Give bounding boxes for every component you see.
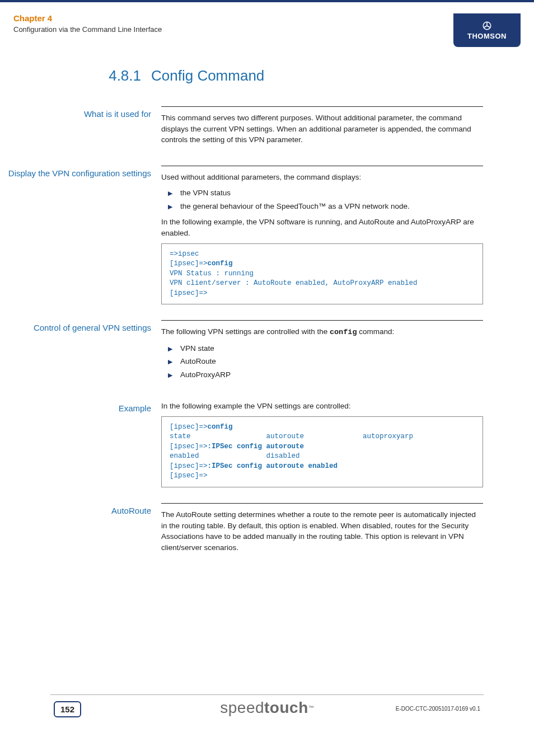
- chapter-label: Chapter 4: [13, 13, 521, 23]
- side-label: Display the VPN configuration settings: [0, 166, 151, 304]
- title-text: Config Command: [151, 67, 484, 84]
- title-number: 4.8.1: [0, 67, 151, 84]
- chapter-subtitle: Configuration via the Command Line Inter…: [13, 25, 521, 34]
- list-item-text: VPN state: [180, 342, 214, 355]
- page-header: Chapter 4 Configuration via the Command …: [13, 13, 521, 47]
- footer-rule: [50, 694, 484, 695]
- code-block: [ipsec]=>config state autoroute autoprox…: [161, 416, 483, 487]
- bullet-icon: ▶: [168, 370, 172, 381]
- bullet-list: ▶the VPN status ▶the general behaviour o…: [166, 187, 497, 212]
- brand-badge-text: THOMSON: [467, 32, 507, 40]
- section-what-used-for: What is it used for This command serves …: [0, 106, 534, 150]
- list-item: ▶the VPN status: [166, 187, 497, 199]
- list-item-text: the general behaviour of the SpeedTouch™…: [180, 200, 410, 213]
- list-item: ▶AutoRoute: [166, 355, 497, 368]
- side-label: AutoRoute: [0, 503, 151, 557]
- body-column: The AutoRoute setting determines whether…: [161, 503, 497, 557]
- top-band: [0, 0, 534, 2]
- inline-code: config: [330, 328, 357, 336]
- list-item-text: the VPN status: [180, 187, 231, 199]
- section-display-vpn: Display the VPN configuration settings U…: [0, 166, 534, 304]
- paragraph: Used without additional parameters, the …: [161, 172, 483, 183]
- bullet-icon: ▶: [168, 357, 172, 367]
- body-column: Used without additional parameters, the …: [161, 166, 497, 304]
- paragraph: In the following example the VPN setting…: [161, 401, 483, 412]
- paragraph: The AutoRoute setting determines whether…: [161, 509, 483, 553]
- body-column: The following VPN settings are controlle…: [161, 320, 497, 385]
- paragraph: In the following example, the VPN softwa…: [161, 217, 483, 238]
- rule: [161, 106, 483, 107]
- page: Chapter 4 Configuration via the Command …: [0, 0, 534, 756]
- side-label: Control of general VPN settings: [0, 320, 151, 385]
- brand-light: speed: [220, 699, 264, 716]
- bullet-icon: ▶: [168, 344, 172, 354]
- doc-id: E-DOC-CTC-20051017-0169 v0.1: [396, 706, 480, 712]
- section-example: Example In the following example the VPN…: [0, 401, 534, 487]
- rule: [161, 503, 483, 504]
- bullet-list: ▶VPN state ▶AutoRoute ▶AutoProxyARP: [166, 342, 497, 381]
- section-control-vpn: Control of general VPN settings The foll…: [0, 320, 534, 385]
- rule: [161, 320, 483, 321]
- list-item: ▶the general behaviour of the SpeedTouch…: [166, 200, 497, 213]
- list-item-text: AutoRoute: [180, 355, 216, 368]
- list-item-text: AutoProxyARP: [180, 369, 231, 381]
- list-item: ▶AutoProxyARP: [166, 369, 497, 381]
- code-block: =>ipsec [ipsec]=>config VPN Status : run…: [161, 243, 483, 305]
- section-autoroute: AutoRoute The AutoRoute setting determin…: [0, 503, 534, 557]
- page-footer: 152 speedtouch™ E-DOC-CTC-20051017-0169 …: [0, 694, 534, 722]
- brand-bold: touch: [264, 699, 308, 716]
- brand-badge: THOMSON: [453, 13, 521, 47]
- bullet-icon: ▶: [168, 202, 172, 212]
- list-item: ▶VPN state: [166, 342, 497, 355]
- trademark-icon: ™: [308, 705, 314, 711]
- side-label: What is it used for: [0, 106, 151, 150]
- paragraph: The following VPN settings are controlle…: [161, 326, 483, 338]
- paragraph: This command serves two different purpos…: [161, 112, 483, 145]
- brand-icon: [482, 21, 492, 31]
- body-column: In the following example the VPN setting…: [161, 401, 497, 487]
- content-area: What is it used for This command serves …: [0, 106, 534, 573]
- side-label: Example: [0, 401, 151, 487]
- rule: [161, 166, 483, 166]
- body-column: This command serves two different purpos…: [161, 106, 497, 150]
- bullet-icon: ▶: [168, 189, 172, 199]
- section-title: 4.8.1 Config Command: [0, 67, 534, 84]
